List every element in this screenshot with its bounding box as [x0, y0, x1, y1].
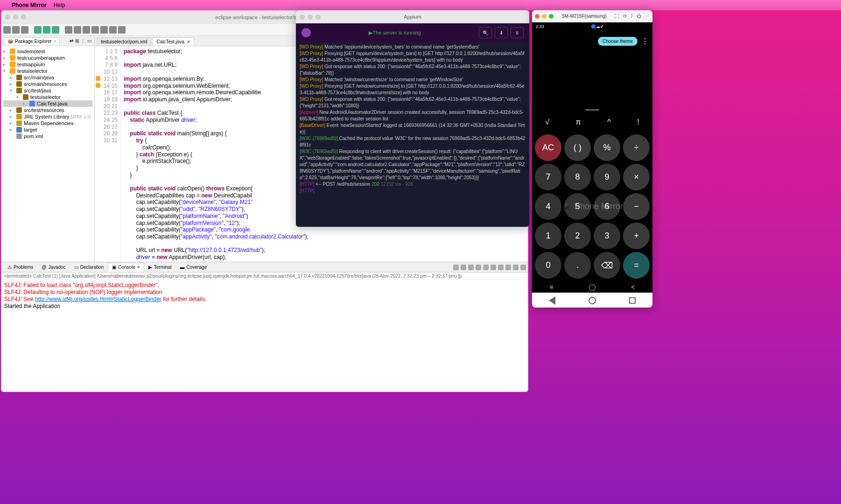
view-menu-icon[interactable]: ⋮ [81, 38, 85, 43]
maximize-icon[interactable] [315, 14, 321, 20]
nav-recents-icon[interactable] [629, 297, 636, 304]
kebab-menu-icon[interactable]: ⋮ [641, 37, 649, 46]
debug-icon[interactable] [34, 26, 42, 34]
close-icon[interactable]: × [187, 39, 190, 44]
nav-back-icon[interactable] [109, 26, 117, 34]
coverage-icon[interactable] [52, 26, 59, 34]
show-console-icon[interactable] [498, 265, 504, 270]
new-icon[interactable] [3, 26, 11, 34]
pkg-explorer-tab[interactable]: 📦 Package Explorer × [4, 37, 60, 45]
digit-4-button[interactable]: 4 [535, 193, 561, 220]
drag-handle[interactable] [532, 106, 652, 113]
close-icon[interactable] [300, 14, 305, 20]
tab-problems[interactable]: ⚠ Problems [3, 263, 37, 272]
nav-back-icon[interactable] [549, 296, 555, 305]
pin-console-icon[interactable] [491, 265, 496, 270]
tree-folder[interactable]: ▸target [3, 126, 92, 133]
run-icon[interactable] [43, 26, 50, 34]
tree-project[interactable]: ▸testcucumberappium [3, 55, 92, 61]
minimize-icon[interactable] [13, 14, 18, 20]
maximize-icon[interactable] [549, 14, 554, 19]
max-view-icon[interactable] [520, 265, 526, 270]
pause-button[interactable]: ⏸ [511, 27, 524, 38]
scroll-lock-icon[interactable] [483, 265, 489, 270]
upload-icon[interactable]: ⤴ [631, 14, 633, 19]
nav-forward-icon[interactable] [118, 26, 126, 34]
digit-1-button[interactable]: 1 [535, 223, 561, 249]
digit-8-button[interactable]: 8 [564, 164, 591, 190]
multiply-button[interactable]: × [623, 164, 650, 190]
remove-launch-icon[interactable] [461, 265, 466, 270]
decimal-button[interactable]: . [564, 252, 591, 279]
minimize-icon[interactable] [542, 14, 547, 19]
tree-src-folder[interactable]: ▸src/test/resources [3, 107, 92, 113]
power-icon[interactable]: ⏻ [637, 14, 641, 19]
divide-button[interactable]: ÷ [623, 134, 650, 161]
tree-src-folder[interactable]: ▾src/test/java [3, 87, 92, 94]
choose-theme-button[interactable]: Choose theme [598, 37, 638, 46]
terminate-icon[interactable] [453, 265, 459, 270]
recents-button[interactable]: ≡ [550, 283, 554, 291]
console-output[interactable]: SLF4J: Failed to load class "org.slf4j.i… [1, 280, 528, 392]
minimize-view-icon[interactable]: ▭ [87, 38, 91, 43]
tab-console[interactable]: ▣ Console × [108, 263, 144, 272]
warning-icon[interactable] [96, 83, 100, 88]
open-type-icon[interactable] [83, 26, 90, 34]
digit-9-button[interactable]: 9 [594, 164, 620, 190]
fullscreen-icon[interactable]: ⛶ [615, 14, 619, 19]
menubar-app-name[interactable]: Phone Mirror [12, 2, 47, 8]
close-icon[interactable]: × [137, 265, 140, 270]
focus-icon[interactable]: ⊞ [75, 38, 79, 43]
home-button[interactable]: ◯ [589, 283, 596, 291]
calc-display[interactable] [532, 51, 652, 106]
power-button[interactable]: ^ [607, 118, 611, 126]
digit-0-button[interactable]: 0 [535, 252, 561, 279]
new-class-icon[interactable] [74, 26, 81, 34]
save-all-icon[interactable] [21, 26, 28, 34]
maximize-icon[interactable] [21, 14, 26, 20]
tab-declaration[interactable]: ▭ Declaration [70, 263, 108, 272]
tab-pom[interactable]: testuiselector/pom.xml [97, 37, 151, 46]
save-icon[interactable] [12, 26, 20, 34]
link-editor-icon[interactable]: ⇄ [70, 38, 73, 43]
tab-terminal[interactable]: ▶ Terminal [144, 263, 176, 272]
more-icon[interactable]: ⋯ [645, 14, 650, 19]
nav-home-icon[interactable] [589, 297, 596, 304]
tree-jre[interactable]: ▸JRE System Library [J2SE-1.5] [3, 113, 92, 120]
warning-icon[interactable] [96, 76, 100, 81]
search-button[interactable]: 🔍 [479, 27, 492, 38]
digit-5-button[interactable]: 5 [564, 193, 591, 220]
digit-6-button[interactable]: 6 [594, 193, 620, 220]
rotate-icon[interactable]: ⟳ [623, 14, 627, 19]
search-icon[interactable] [91, 26, 99, 34]
tree-project[interactable]: ▾testuiselector [3, 68, 92, 74]
tree-project[interactable]: ▸iosdemotest [3, 48, 92, 55]
tree-pom[interactable]: pom.xml [3, 133, 92, 140]
paren-button[interactable]: ( ) [564, 134, 591, 161]
digit-3-button[interactable]: 3 [594, 223, 620, 249]
download-button[interactable]: ⬇ [495, 27, 508, 38]
tree-java-file[interactable]: ▸CalcTest.java [3, 100, 92, 107]
remove-all-icon[interactable] [468, 265, 474, 270]
tab-javadoc[interactable]: @ Javadoc [37, 263, 70, 272]
equals-button[interactable]: = [623, 252, 650, 279]
close-icon[interactable]: × [54, 39, 56, 44]
minus-button[interactable]: − [623, 193, 650, 220]
new-package-icon[interactable] [65, 26, 72, 34]
min-view-icon[interactable] [513, 265, 519, 270]
tab-calctest[interactable]: CalcTest.java× [152, 37, 194, 46]
digit-7-button[interactable]: 7 [535, 164, 561, 190]
appium-log[interactable]: [WD Proxy] Matched '/appium/device/syste… [296, 42, 529, 227]
tree-src-folder[interactable]: ▸src/main/java [3, 74, 92, 81]
menubar-help[interactable]: Help [54, 2, 65, 8]
percent-button[interactable]: % [594, 134, 620, 161]
console-link[interactable]: http://www.slf4j.org/codes.html#StaticLo… [35, 296, 161, 302]
sqrt-button[interactable]: √ [545, 118, 549, 126]
close-icon[interactable] [535, 14, 540, 19]
tab-coverage[interactable]: ▬ Coverage [176, 263, 211, 272]
ac-button[interactable]: AC [535, 134, 561, 161]
minimize-icon[interactable] [308, 14, 313, 20]
toggle-icon[interactable] [100, 26, 108, 34]
back-button[interactable]: < [631, 283, 635, 291]
digit-2-button[interactable]: 2 [564, 223, 591, 249]
